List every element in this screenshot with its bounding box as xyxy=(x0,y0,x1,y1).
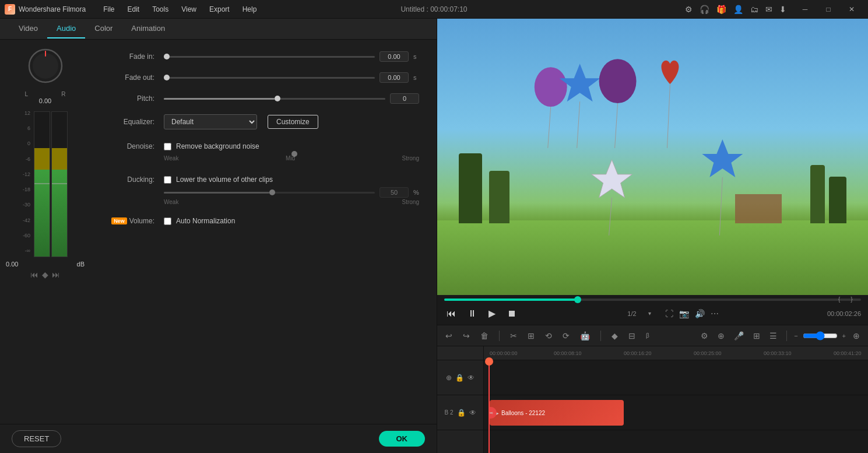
folder-icon[interactable]: 🗂 xyxy=(750,5,758,14)
fade-in-value[interactable] xyxy=(379,51,409,62)
volume-icon[interactable]: 🔊 xyxy=(695,309,705,318)
menu-file[interactable]: File xyxy=(97,3,120,16)
ducking-thumb[interactable] xyxy=(269,189,275,195)
track-visibility-button[interactable]: 👁 xyxy=(468,374,475,382)
tl-crop-button[interactable]: ⊞ xyxy=(525,329,537,343)
menu-export[interactable]: Export xyxy=(203,3,236,16)
denoise-checkbox[interactable] xyxy=(164,143,171,150)
tl-speed-button[interactable]: ⟳ xyxy=(560,329,572,343)
track-lock-button[interactable]: 🔒 xyxy=(455,374,464,382)
page-indicator: 1/2 xyxy=(627,310,636,317)
step-back-button[interactable]: ⏮ xyxy=(444,306,458,321)
auto-normalization-label[interactable]: Auto Normalization xyxy=(176,217,235,225)
pitch-track[interactable] xyxy=(164,98,385,100)
ducking-label-strong: Strong xyxy=(402,199,419,205)
tl-mic-button[interactable]: 🎤 xyxy=(732,329,746,343)
ok-button[interactable]: OK xyxy=(379,431,426,447)
tab-animation[interactable]: Animation xyxy=(122,19,174,38)
close-button[interactable]: ✕ xyxy=(840,0,863,19)
vu-reset-button[interactable]: ◆ xyxy=(42,270,48,279)
tl-fit-button[interactable]: ⊕ xyxy=(851,329,862,343)
tl-split-button[interactable]: ⊟ xyxy=(626,329,638,343)
vu-bar-left xyxy=(34,111,50,257)
zoom-in-icon: + xyxy=(842,332,846,339)
tl-keyframe-button[interactable]: ◆ xyxy=(609,329,620,343)
tl-audio-stretch-button[interactable]: β xyxy=(644,330,652,341)
gift-icon[interactable]: 🎁 xyxy=(716,5,726,14)
maximize-button[interactable]: □ xyxy=(817,0,840,19)
denoise-thumb[interactable] xyxy=(291,151,297,157)
app-name: Wondershare Filmora xyxy=(19,5,86,13)
main-area: Video Audio Color Animation xyxy=(0,19,868,453)
menu-edit[interactable]: Edit xyxy=(122,3,146,16)
track-b2-label: B 2 xyxy=(444,409,453,416)
video-clip[interactable]: ✂ ▶ Balloons - 22122 xyxy=(490,400,624,426)
fade-out-thumb[interactable] xyxy=(164,75,170,80)
customize-button[interactable]: Customize xyxy=(268,115,318,129)
auto-normalization-checkbox[interactable] xyxy=(164,217,171,225)
tl-redo-button[interactable]: ↪ xyxy=(461,329,472,343)
volume-label: Volume: xyxy=(129,217,154,225)
download-icon[interactable]: ⬇ xyxy=(779,5,786,14)
equalizer-select[interactable]: Default Classical Deep Electronic Hip-ho… xyxy=(164,114,257,129)
vu-next-button[interactable]: ⏭ xyxy=(52,270,60,279)
frame-back-button[interactable]: ⏸ xyxy=(465,306,479,321)
fullscreen-icon[interactable]: ⛶ xyxy=(665,309,673,318)
page-dropdown-icon[interactable]: ▾ xyxy=(648,310,651,317)
denoise-checkbox-row: Remove background noise xyxy=(164,142,419,150)
tl-delete-button[interactable]: 🗑 xyxy=(478,329,491,343)
fade-out-track[interactable] xyxy=(164,77,375,79)
track-b2-visibility-button[interactable]: 👁 xyxy=(469,409,476,417)
reset-button[interactable]: RESET xyxy=(12,430,61,447)
denoise-checkbox-label[interactable]: Remove background noise xyxy=(176,142,259,150)
pitch-thumb[interactable] xyxy=(275,96,280,101)
zoom-slider[interactable] xyxy=(803,331,838,340)
headphone-icon[interactable]: 🎧 xyxy=(700,5,709,14)
track-b2-lock-button[interactable]: 🔒 xyxy=(457,409,466,417)
snapshot-icon[interactable]: 📷 xyxy=(679,309,689,318)
pitch-value[interactable] xyxy=(390,93,419,104)
volume-label-container: New Volume: xyxy=(108,217,154,225)
video-progress-bar[interactable]: { } xyxy=(444,299,861,301)
tab-color[interactable]: Color xyxy=(85,19,122,38)
tab-video[interactable]: Video xyxy=(9,19,47,38)
stop-button[interactable]: ⏹ xyxy=(505,306,519,321)
ducking-checkbox-row: Lower the volume of other clips xyxy=(164,175,419,184)
mail-icon[interactable]: ✉ xyxy=(765,5,772,14)
fade-out-unit: s xyxy=(413,74,419,81)
ducking-label-weak: Weak xyxy=(164,199,178,205)
more-icon[interactable]: ⋯ xyxy=(711,309,719,318)
fade-in-thumb[interactable] xyxy=(164,54,170,59)
video-progress-thumb[interactable] xyxy=(574,296,581,303)
tl-undo-button[interactable]: ↩ xyxy=(443,329,455,343)
pan-knob[interactable] xyxy=(25,45,66,86)
menu-tools[interactable]: Tools xyxy=(146,3,174,16)
ruler-time-4: 00:00:33:10 xyxy=(764,350,792,356)
tl-ai-button[interactable]: 🤖 xyxy=(578,329,592,343)
vu-prev-button[interactable]: ⏮ xyxy=(30,270,38,279)
minimize-button[interactable]: ─ xyxy=(793,0,817,19)
tl-settings-button[interactable]: ⚙ xyxy=(698,329,711,343)
ducking-checkbox-label[interactable]: Lower the volume of other clips xyxy=(176,175,273,184)
tl-right-tools: ⚙ ⊕ 🎤 ⊞ ☰ − + ⊕ xyxy=(698,329,862,343)
user-icon[interactable]: 👤 xyxy=(733,5,743,14)
tl-transform-button[interactable]: ⟲ xyxy=(543,329,554,343)
tl-magnet-button[interactable]: ⊕ xyxy=(715,329,727,343)
svg-line-9 xyxy=(615,103,618,148)
menu-help[interactable]: Help xyxy=(237,3,263,16)
fade-out-value[interactable] xyxy=(379,72,409,83)
play-button[interactable]: ▶ xyxy=(486,305,498,321)
titlebar-icons: ⚙ 🎧 🎁 👤 🗂 ✉ ⬇ xyxy=(685,5,786,14)
tl-overlay-button[interactable]: ⊞ xyxy=(751,329,762,343)
fade-in-track[interactable] xyxy=(164,56,375,58)
tl-cut-button[interactable]: ✂ xyxy=(508,329,519,343)
ducking-checkbox[interactable] xyxy=(164,176,171,184)
ducking-track[interactable] xyxy=(164,192,375,194)
tab-audio[interactable]: Audio xyxy=(47,19,85,38)
menu-view[interactable]: View xyxy=(175,3,202,16)
tl-caption-button[interactable]: ☰ xyxy=(767,329,779,343)
settings-icon[interactable]: ⚙ xyxy=(685,5,693,14)
track-add-button[interactable]: ⊕ xyxy=(446,374,452,382)
timeline: ↩ ↪ 🗑 ✂ ⊞ ⟲ ⟳ 🤖 ◆ ⊟ β ⚙ ⊕ 🎤 ⊞ ☰ xyxy=(437,325,868,453)
ducking-value[interactable] xyxy=(379,187,409,198)
